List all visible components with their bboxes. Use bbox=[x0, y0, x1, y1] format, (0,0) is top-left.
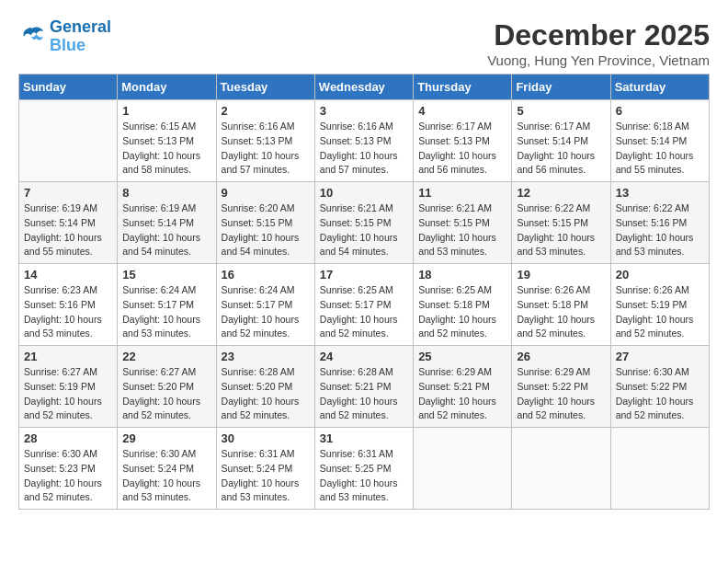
day-number: 12 bbox=[517, 186, 605, 200]
day-info: Sunrise: 6:23 AMSunset: 5:16 PMDaylight:… bbox=[24, 283, 112, 341]
day-info: Sunrise: 6:17 AMSunset: 5:14 PMDaylight:… bbox=[517, 120, 605, 178]
calendar-cell: 31Sunrise: 6:31 AMSunset: 5:25 PMDayligh… bbox=[314, 428, 413, 510]
day-number: 14 bbox=[24, 268, 112, 282]
week-row-2: 7Sunrise: 6:19 AMSunset: 5:14 PMDaylight… bbox=[19, 182, 710, 264]
day-info: Sunrise: 6:21 AMSunset: 5:15 PMDaylight:… bbox=[320, 201, 408, 259]
calendar-cell: 2Sunrise: 6:16 AMSunset: 5:13 PMDaylight… bbox=[216, 100, 314, 182]
weekday-header-row: SundayMondayTuesdayWednesdayThursdayFrid… bbox=[19, 75, 710, 100]
month-title: December 2025 bbox=[487, 18, 710, 52]
weekday-header-sunday: Sunday bbox=[19, 75, 118, 100]
day-number: 4 bbox=[418, 104, 506, 118]
calendar-cell: 21Sunrise: 6:27 AMSunset: 5:19 PMDayligh… bbox=[19, 346, 118, 428]
calendar-cell: 25Sunrise: 6:29 AMSunset: 5:21 PMDayligh… bbox=[414, 346, 512, 428]
calendar-table: SundayMondayTuesdayWednesdayThursdayFrid… bbox=[18, 74, 710, 510]
day-number: 13 bbox=[616, 186, 704, 200]
logo-icon bbox=[18, 23, 46, 51]
title-block: December 2025 Vuong, Hung Yen Province, … bbox=[487, 18, 710, 68]
day-info: Sunrise: 6:24 AMSunset: 5:17 PMDaylight:… bbox=[222, 283, 310, 341]
day-number: 2 bbox=[222, 104, 310, 118]
day-number: 8 bbox=[122, 186, 210, 200]
day-info: Sunrise: 6:24 AMSunset: 5:17 PMDaylight:… bbox=[122, 283, 210, 341]
calendar-cell: 22Sunrise: 6:27 AMSunset: 5:20 PMDayligh… bbox=[118, 346, 216, 428]
calendar-cell: 19Sunrise: 6:26 AMSunset: 5:18 PMDayligh… bbox=[512, 264, 610, 346]
calendar-cell: 14Sunrise: 6:23 AMSunset: 5:16 PMDayligh… bbox=[19, 264, 118, 346]
calendar-cell bbox=[610, 428, 709, 510]
day-number: 3 bbox=[320, 104, 408, 118]
logo-text: General Blue bbox=[50, 18, 111, 55]
day-info: Sunrise: 6:16 AMSunset: 5:13 PMDaylight:… bbox=[222, 120, 310, 178]
weekday-header-saturday: Saturday bbox=[610, 75, 709, 100]
day-info: Sunrise: 6:31 AMSunset: 5:24 PMDaylight:… bbox=[222, 447, 310, 505]
calendar-cell bbox=[512, 428, 610, 510]
day-number: 24 bbox=[320, 350, 408, 363]
calendar-cell: 6Sunrise: 6:18 AMSunset: 5:14 PMDaylight… bbox=[610, 100, 709, 182]
calendar-cell: 1Sunrise: 6:15 AMSunset: 5:13 PMDaylight… bbox=[118, 100, 216, 182]
day-info: Sunrise: 6:25 AMSunset: 5:17 PMDaylight:… bbox=[320, 283, 408, 341]
day-number: 20 bbox=[616, 268, 704, 282]
day-info: Sunrise: 6:31 AMSunset: 5:25 PMDaylight:… bbox=[320, 447, 408, 505]
day-info: Sunrise: 6:30 AMSunset: 5:22 PMDaylight:… bbox=[616, 365, 704, 423]
calendar-cell: 5Sunrise: 6:17 AMSunset: 5:14 PMDaylight… bbox=[512, 100, 610, 182]
logo: General Blue bbox=[18, 18, 111, 55]
day-info: Sunrise: 6:29 AMSunset: 5:22 PMDaylight:… bbox=[517, 365, 605, 423]
day-info: Sunrise: 6:20 AMSunset: 5:15 PMDaylight:… bbox=[222, 201, 310, 259]
day-number: 7 bbox=[24, 186, 112, 200]
day-number: 5 bbox=[517, 104, 605, 118]
day-number: 30 bbox=[222, 431, 310, 445]
weekday-header-wednesday: Wednesday bbox=[314, 75, 413, 100]
day-number: 10 bbox=[320, 186, 408, 200]
calendar-cell: 20Sunrise: 6:26 AMSunset: 5:19 PMDayligh… bbox=[610, 264, 709, 346]
day-number: 18 bbox=[418, 268, 506, 282]
day-info: Sunrise: 6:30 AMSunset: 5:24 PMDaylight:… bbox=[122, 447, 210, 505]
day-info: Sunrise: 6:26 AMSunset: 5:19 PMDaylight:… bbox=[616, 283, 704, 341]
day-info: Sunrise: 6:22 AMSunset: 5:16 PMDaylight:… bbox=[616, 201, 704, 259]
calendar-cell bbox=[19, 100, 118, 182]
day-info: Sunrise: 6:28 AMSunset: 5:20 PMDaylight:… bbox=[222, 365, 310, 423]
weekday-header-thursday: Thursday bbox=[414, 75, 512, 100]
calendar-cell: 18Sunrise: 6:25 AMSunset: 5:18 PMDayligh… bbox=[414, 264, 512, 346]
week-row-1: 1Sunrise: 6:15 AMSunset: 5:13 PMDaylight… bbox=[19, 100, 710, 182]
calendar-cell: 16Sunrise: 6:24 AMSunset: 5:17 PMDayligh… bbox=[216, 264, 314, 346]
day-number: 6 bbox=[616, 104, 704, 118]
calendar-cell: 8Sunrise: 6:19 AMSunset: 5:14 PMDaylight… bbox=[118, 182, 216, 264]
day-info: Sunrise: 6:22 AMSunset: 5:15 PMDaylight:… bbox=[517, 201, 605, 259]
calendar-cell: 4Sunrise: 6:17 AMSunset: 5:13 PMDaylight… bbox=[414, 100, 512, 182]
weekday-header-tuesday: Tuesday bbox=[216, 75, 314, 100]
location-subtitle: Vuong, Hung Yen Province, Vietnam bbox=[487, 52, 710, 68]
day-info: Sunrise: 6:27 AMSunset: 5:20 PMDaylight:… bbox=[122, 365, 210, 423]
day-info: Sunrise: 6:26 AMSunset: 5:18 PMDaylight:… bbox=[517, 283, 605, 341]
week-row-3: 14Sunrise: 6:23 AMSunset: 5:16 PMDayligh… bbox=[19, 264, 710, 346]
day-info: Sunrise: 6:30 AMSunset: 5:23 PMDaylight:… bbox=[24, 447, 112, 505]
day-number: 19 bbox=[517, 268, 605, 282]
day-number: 29 bbox=[122, 431, 210, 445]
day-number: 22 bbox=[122, 350, 210, 363]
day-info: Sunrise: 6:16 AMSunset: 5:13 PMDaylight:… bbox=[320, 120, 408, 178]
day-number: 26 bbox=[517, 350, 605, 363]
calendar-cell: 28Sunrise: 6:30 AMSunset: 5:23 PMDayligh… bbox=[19, 428, 118, 510]
calendar-cell: 29Sunrise: 6:30 AMSunset: 5:24 PMDayligh… bbox=[118, 428, 216, 510]
day-number: 28 bbox=[24, 431, 112, 445]
day-info: Sunrise: 6:15 AMSunset: 5:13 PMDaylight:… bbox=[122, 120, 210, 178]
day-info: Sunrise: 6:28 AMSunset: 5:21 PMDaylight:… bbox=[320, 365, 408, 423]
calendar-cell: 10Sunrise: 6:21 AMSunset: 5:15 PMDayligh… bbox=[314, 182, 413, 264]
calendar-cell: 9Sunrise: 6:20 AMSunset: 5:15 PMDaylight… bbox=[216, 182, 314, 264]
day-info: Sunrise: 6:21 AMSunset: 5:15 PMDaylight:… bbox=[418, 201, 506, 259]
day-number: 27 bbox=[616, 350, 704, 363]
calendar-cell: 7Sunrise: 6:19 AMSunset: 5:14 PMDaylight… bbox=[19, 182, 118, 264]
day-number: 31 bbox=[320, 431, 408, 445]
day-info: Sunrise: 6:18 AMSunset: 5:14 PMDaylight:… bbox=[616, 120, 704, 178]
calendar-cell: 17Sunrise: 6:25 AMSunset: 5:17 PMDayligh… bbox=[314, 264, 413, 346]
day-number: 21 bbox=[24, 350, 112, 363]
calendar-cell: 15Sunrise: 6:24 AMSunset: 5:17 PMDayligh… bbox=[118, 264, 216, 346]
day-info: Sunrise: 6:29 AMSunset: 5:21 PMDaylight:… bbox=[418, 365, 506, 423]
day-number: 25 bbox=[418, 350, 506, 363]
day-number: 17 bbox=[320, 268, 408, 282]
calendar-cell: 12Sunrise: 6:22 AMSunset: 5:15 PMDayligh… bbox=[512, 182, 610, 264]
calendar-cell: 24Sunrise: 6:28 AMSunset: 5:21 PMDayligh… bbox=[314, 346, 413, 428]
day-info: Sunrise: 6:25 AMSunset: 5:18 PMDaylight:… bbox=[418, 283, 506, 341]
day-number: 16 bbox=[222, 268, 310, 282]
day-number: 11 bbox=[418, 186, 506, 200]
calendar-cell bbox=[414, 428, 512, 510]
calendar-cell: 30Sunrise: 6:31 AMSunset: 5:24 PMDayligh… bbox=[216, 428, 314, 510]
week-row-4: 21Sunrise: 6:27 AMSunset: 5:19 PMDayligh… bbox=[19, 346, 710, 428]
